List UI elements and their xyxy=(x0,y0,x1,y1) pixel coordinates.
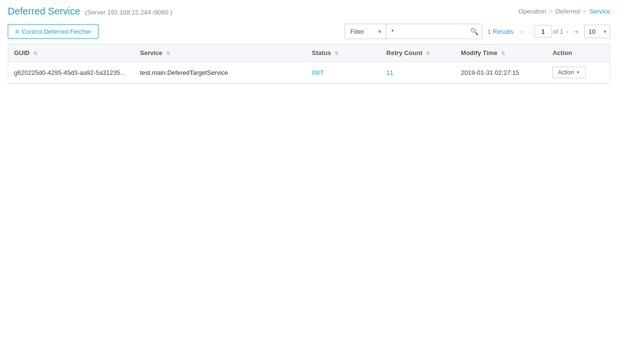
col-header-status[interactable]: Status ⇅ xyxy=(306,44,380,62)
sort-icon-status: ⇅ xyxy=(335,51,338,56)
cell-status: INIT xyxy=(306,62,380,84)
col-header-service[interactable]: Service ⇅ xyxy=(134,44,306,62)
sort-icon-modify: ⇅ xyxy=(501,51,505,56)
cell-retry-count: 11 xyxy=(380,62,455,84)
breadcrumb-operation[interactable]: Operation xyxy=(519,8,546,15)
page-size-select-wrapper: 10 20 50 100 xyxy=(584,25,610,38)
sort-icon-service: ⇅ xyxy=(166,51,170,56)
prev-page-button[interactable]: ‹ xyxy=(528,27,534,36)
page-title: Deferred Service xyxy=(8,6,80,17)
control-deferred-fetcher-button[interactable]: ≡ Control Deferred Fetcher xyxy=(8,24,98,39)
breadcrumb: Operation > Deferred > Service xyxy=(519,8,610,15)
sort-icon-retry: ⇅ xyxy=(426,51,430,56)
controls-row: ≡ Control Deferred Fetcher Filter GUID S… xyxy=(8,24,610,39)
page-of: of 1 xyxy=(553,28,563,35)
results-count: 1 Results xyxy=(487,28,513,35)
next-page-button[interactable]: › xyxy=(564,27,570,36)
page-size-select[interactable]: 10 20 50 100 xyxy=(584,25,610,38)
col-header-guid[interactable]: GUID ⇅ xyxy=(8,44,134,62)
server-info: (Server 192.168.15.244 /8080 ) xyxy=(85,9,172,16)
col-header-modify-time[interactable]: Modify Time ⇅ xyxy=(455,44,547,62)
data-table-container: GUID ⇅ Service ⇅ Status ⇅ Retry Count ⇅ xyxy=(8,44,610,84)
table-body: g620225d0-4295-45d3-aa92-5a31235... test… xyxy=(8,62,610,84)
action-dropdown-button[interactable]: Action ▼ xyxy=(552,67,585,78)
page-header: Deferred Service (Server 192.168.15.244 … xyxy=(8,6,610,17)
data-table: GUID ⇅ Service ⇅ Status ⇅ Retry Count ⇅ xyxy=(8,44,610,84)
pagination-area: 1 Results ⇤ ‹ of 1 › ⇥ 10 20 50 100 xyxy=(487,25,610,38)
header-left: Deferred Service (Server 192.168.15.244 … xyxy=(8,6,172,17)
action-label: Action xyxy=(558,69,574,76)
first-page-button[interactable]: ⇤ xyxy=(518,27,527,36)
action-dropdown-arrow-icon: ▼ xyxy=(576,70,580,75)
list-icon: ≡ xyxy=(15,28,19,35)
last-page-button[interactable]: ⇥ xyxy=(571,27,580,36)
page-number-input[interactable] xyxy=(534,25,552,38)
table-row: g620225d0-4295-45d3-aa92-5a31235... test… xyxy=(8,62,610,84)
sort-icon-guid: ⇅ xyxy=(33,51,37,56)
breadcrumb-service: Service xyxy=(590,8,610,15)
filter-group: Filter GUID Service Status 🔍 xyxy=(345,24,482,39)
filter-select-wrapper: Filter GUID Service Status xyxy=(345,24,386,39)
cell-guid: g620225d0-4295-45d3-aa92-5a31235... xyxy=(8,62,134,84)
cell-modify-time: 2019-01-31 02:27:15 xyxy=(455,62,547,84)
filter-select[interactable]: Filter GUID Service Status xyxy=(345,24,386,39)
breadcrumb-deferred[interactable]: Deferred xyxy=(555,8,580,15)
table-header-row: GUID ⇅ Service ⇅ Status ⇅ Retry Count ⇅ xyxy=(8,44,610,62)
col-header-action: Action xyxy=(547,44,610,62)
search-button[interactable]: 🔍 xyxy=(470,28,478,35)
search-input-wrapper: 🔍 xyxy=(386,24,482,39)
cell-action: Action ▼ xyxy=(547,62,610,84)
pagination-controls: ⇤ ‹ of 1 › ⇥ xyxy=(518,25,580,38)
control-btn-label: Control Deferred Fetcher xyxy=(22,28,91,35)
search-input[interactable] xyxy=(386,24,482,39)
cell-service: test.main.DeferedTargetService xyxy=(134,62,306,84)
col-header-retry-count[interactable]: Retry Count ⇅ xyxy=(380,44,455,62)
